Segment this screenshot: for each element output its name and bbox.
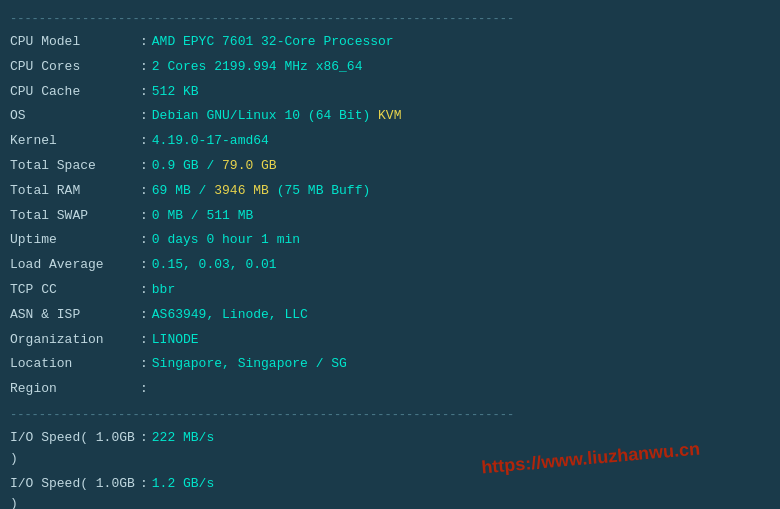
info-row: ASN & ISP : AS63949, Linode, LLC	[10, 303, 770, 328]
row-label: Kernel	[10, 131, 140, 152]
row-label: TCP CC	[10, 280, 140, 301]
row-value: 4.19.0-17-amd64	[152, 131, 269, 152]
row-value: AS63949, Linode, LLC	[152, 305, 308, 326]
row-label: Load Average	[10, 255, 140, 276]
row-colon: :	[140, 330, 148, 351]
info-row: Total Space : 0.9 GB / 79.0 GB	[10, 154, 770, 179]
row-label: CPU Cores	[10, 57, 140, 78]
row-colon: :	[140, 82, 148, 103]
system-info-section: CPU Model : AMD EPYC 7601 32-Core Proces…	[10, 30, 770, 402]
io-row-colon: :	[140, 428, 148, 449]
row-colon: :	[140, 379, 148, 400]
top-divider: ----------------------------------------…	[10, 12, 770, 26]
info-row: OS : Debian GNU/Linux 10 (64 Bit) KVM	[10, 104, 770, 129]
mid-divider: ----------------------------------------…	[10, 408, 770, 422]
row-value: 69 MB / 3946 MB (75 MB Buff)	[152, 181, 370, 202]
io-info-section: I/O Speed( 1.0GB ) : 222 MB/sI/O Speed( …	[10, 426, 770, 509]
info-row: Load Average : 0.15, 0.03, 0.01	[10, 253, 770, 278]
info-row: TCP CC : bbr	[10, 278, 770, 303]
row-colon: :	[140, 106, 148, 127]
info-row: Total RAM : 69 MB / 3946 MB (75 MB Buff)	[10, 179, 770, 204]
row-value: Singapore, Singapore / SG	[152, 354, 347, 375]
info-row: Organization : LINODE	[10, 328, 770, 353]
row-colon: :	[140, 206, 148, 227]
info-row: Region :	[10, 377, 770, 402]
row-colon: :	[140, 305, 148, 326]
io-row-value: 1.2 GB/s	[152, 474, 214, 495]
row-value: LINODE	[152, 330, 199, 351]
row-value: 0 days 0 hour 1 min	[152, 230, 300, 251]
io-row-value: 222 MB/s	[152, 428, 214, 449]
row-value: 2 Cores 2199.994 MHz x86_64	[152, 57, 363, 78]
row-label: Uptime	[10, 230, 140, 251]
row-value: AMD EPYC 7601 32-Core Processor	[152, 32, 394, 53]
info-row: Uptime : 0 days 0 hour 1 min	[10, 228, 770, 253]
row-label: Total SWAP	[10, 206, 140, 227]
row-label: Total RAM	[10, 181, 140, 202]
row-value: 0.9 GB / 79.0 GB	[152, 156, 277, 177]
row-colon: :	[140, 181, 148, 202]
info-row: Total SWAP : 0 MB / 511 MB	[10, 204, 770, 229]
row-value: 0.15, 0.03, 0.01	[152, 255, 277, 276]
row-label: CPU Cache	[10, 82, 140, 103]
row-label: ASN & ISP	[10, 305, 140, 326]
row-colon: :	[140, 57, 148, 78]
io-row: I/O Speed( 1.0GB ) : 1.2 GB/s	[10, 472, 770, 509]
row-value: 0 MB / 511 MB	[152, 206, 253, 227]
row-colon: :	[140, 354, 148, 375]
row-value: bbr	[152, 280, 175, 301]
info-row: CPU Model : AMD EPYC 7601 32-Core Proces…	[10, 30, 770, 55]
info-row: CPU Cache : 512 KB	[10, 80, 770, 105]
io-row-label: I/O Speed( 1.0GB )	[10, 474, 140, 509]
main-container: ----------------------------------------…	[0, 0, 780, 509]
row-colon: :	[140, 230, 148, 251]
row-colon: :	[140, 255, 148, 276]
row-label: Total Space	[10, 156, 140, 177]
row-label: Region	[10, 379, 140, 400]
row-label: Location	[10, 354, 140, 375]
row-label: Organization	[10, 330, 140, 351]
info-row: Location : Singapore, Singapore / SG	[10, 352, 770, 377]
row-colon: :	[140, 280, 148, 301]
row-colon: :	[140, 32, 148, 53]
io-row-colon: :	[140, 474, 148, 495]
row-label: OS	[10, 106, 140, 127]
info-row: Kernel : 4.19.0-17-amd64	[10, 129, 770, 154]
row-value: 512 KB	[152, 82, 199, 103]
row-colon: :	[140, 156, 148, 177]
row-value: Debian GNU/Linux 10 (64 Bit) KVM	[152, 106, 402, 127]
row-label: CPU Model	[10, 32, 140, 53]
info-row: CPU Cores : 2 Cores 2199.994 MHz x86_64	[10, 55, 770, 80]
row-colon: :	[140, 131, 148, 152]
io-row-label: I/O Speed( 1.0GB )	[10, 428, 140, 470]
